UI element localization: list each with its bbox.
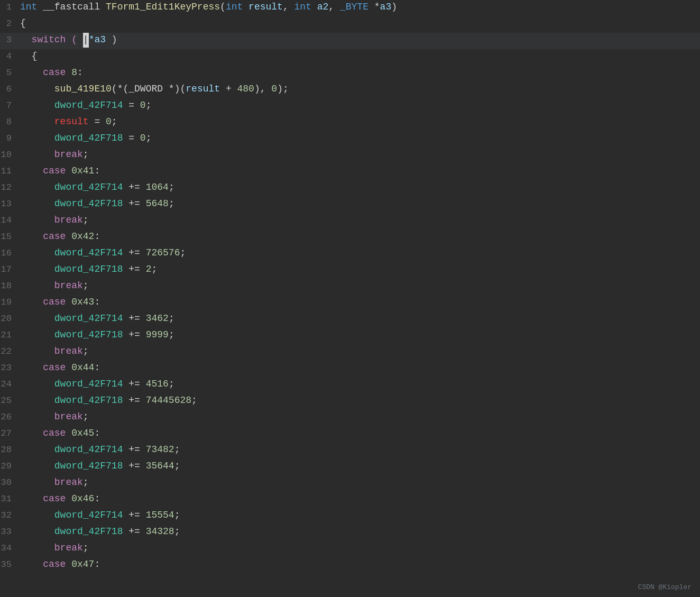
token-op: __fastcall — [37, 2, 106, 12]
line-number: 8 — [0, 115, 20, 129]
line-content: case 0x43: — [20, 295, 700, 310]
token-var-dword: dword_42F718 — [54, 395, 123, 406]
token-op: += — [123, 264, 145, 274]
table-row: 22 break; — [0, 344, 700, 361]
token-number: 35644 — [146, 461, 174, 471]
table-row: 30 break; — [0, 475, 700, 492]
token-punc: ; — [146, 100, 152, 111]
token-number: 4516 — [146, 379, 169, 389]
token-op — [20, 329, 54, 340]
table-row: 31 case 0x46: — [0, 492, 700, 508]
line-content: break; — [20, 541, 700, 556]
token-kw-type: int — [294, 2, 311, 12]
line-content: dword_42F714 += 4516; — [20, 377, 700, 392]
line-number: 24 — [0, 378, 20, 391]
line-content: case 0x47: — [20, 557, 700, 572]
token-op — [20, 116, 54, 127]
token-punc: : — [94, 166, 100, 176]
token-var-dword: dword_42F718 — [54, 526, 123, 537]
table-row: 6 sub_419E10(*(_DWORD *)(result + 480), … — [0, 82, 700, 98]
token-kw-break: break — [54, 215, 83, 225]
token-punc: ; — [83, 149, 89, 160]
token-number: 15554 — [146, 510, 174, 520]
line-content: case 0x45: — [20, 426, 700, 441]
table-row: 16 dword_42F714 += 726576; — [0, 246, 700, 262]
token-punc: , — [328, 2, 340, 12]
token-op — [20, 215, 54, 225]
token-kw-break: break — [54, 477, 83, 488]
token-op — [20, 280, 54, 291]
token-kw-break: break — [54, 543, 83, 553]
token-punc: ; — [169, 313, 174, 324]
line-content: dword_42F714 += 3462; — [20, 311, 700, 326]
token-op: += — [123, 198, 145, 209]
line-number: 18 — [0, 279, 20, 293]
token-op — [20, 149, 54, 160]
table-row: 7 dword_42F714 = 0; — [0, 98, 700, 115]
token-number: 3462 — [146, 313, 169, 324]
line-content: case 0x42: — [20, 229, 700, 244]
token-punc: ; — [112, 116, 117, 127]
line-number: 17 — [0, 263, 20, 277]
line-number: 30 — [0, 476, 20, 490]
token-var-dword: dword_42F718 — [54, 461, 123, 471]
token-punc: ; — [146, 133, 152, 143]
token-op — [20, 461, 54, 471]
token-punc: ; — [83, 477, 89, 488]
token-punc: ; — [180, 247, 186, 258]
token-kw-case: case — [20, 67, 71, 78]
token-param: a2 — [317, 2, 329, 12]
token-kw-break: break — [54, 149, 83, 160]
token-op: += — [123, 247, 145, 258]
token-punc: ), — [254, 84, 271, 94]
token-punc: { — [20, 18, 26, 29]
table-row: 34 break; — [0, 541, 700, 557]
line-content: sub_419E10(*(_DWORD *)(result + 480), 0)… — [20, 82, 700, 97]
token-op: += — [123, 329, 145, 340]
token-op — [20, 510, 54, 520]
line-number: 5 — [0, 66, 20, 80]
token-number: 34328 — [146, 526, 174, 537]
token-punc: ; — [174, 444, 180, 455]
token-kw-case: case — [20, 493, 71, 504]
token-op: += — [123, 526, 145, 537]
token-var-dword: dword_42F714 — [54, 182, 123, 192]
table-row: 20 dword_42F714 += 3462; — [0, 311, 700, 328]
line-number: 29 — [0, 460, 20, 473]
line-content: switch ( |*a3 ) — [20, 33, 700, 48]
line-number: 33 — [0, 525, 20, 539]
token-op: += — [123, 395, 145, 406]
token-sub-fn: sub_419E10 — [54, 84, 112, 94]
token-op: = — [123, 100, 140, 111]
token-punc: : — [94, 428, 100, 438]
line-number: 20 — [0, 312, 20, 326]
line-content: case 0x46: — [20, 492, 700, 507]
token-kw-case: case — [20, 559, 71, 570]
token-number: 9999 — [146, 329, 169, 340]
token-op: += — [123, 182, 145, 192]
token-op — [20, 100, 54, 111]
line-number: 19 — [0, 296, 20, 309]
token-punc: : — [94, 493, 100, 504]
token-op: += — [123, 444, 145, 455]
table-row: 29 dword_42F718 += 35644; — [0, 459, 700, 475]
table-row: 28 dword_42F714 += 73482; — [0, 443, 700, 459]
table-row: 8 result = 0; — [0, 115, 700, 131]
table-row: 33 dword_42F718 += 34328; — [0, 525, 700, 541]
line-content: { — [20, 16, 700, 31]
token-op — [20, 395, 54, 406]
line-content: dword_42F714 = 0; — [20, 98, 700, 113]
line-number: 4 — [0, 50, 20, 63]
token-param: result — [248, 2, 283, 12]
line-number: 2 — [0, 17, 20, 31]
token-hex-number: 0x41 — [71, 166, 94, 176]
line-number: 28 — [0, 443, 20, 457]
token-punc: ; — [169, 329, 174, 340]
line-content: dword_42F718 = 0; — [20, 131, 700, 146]
table-row: 18 break; — [0, 279, 700, 295]
token-punc: ; — [174, 461, 180, 471]
token-op: += — [123, 379, 145, 389]
line-number: 1 — [0, 1, 20, 14]
line-content: result = 0; — [20, 115, 700, 130]
token-var-dword: dword_42F714 — [54, 510, 123, 520]
